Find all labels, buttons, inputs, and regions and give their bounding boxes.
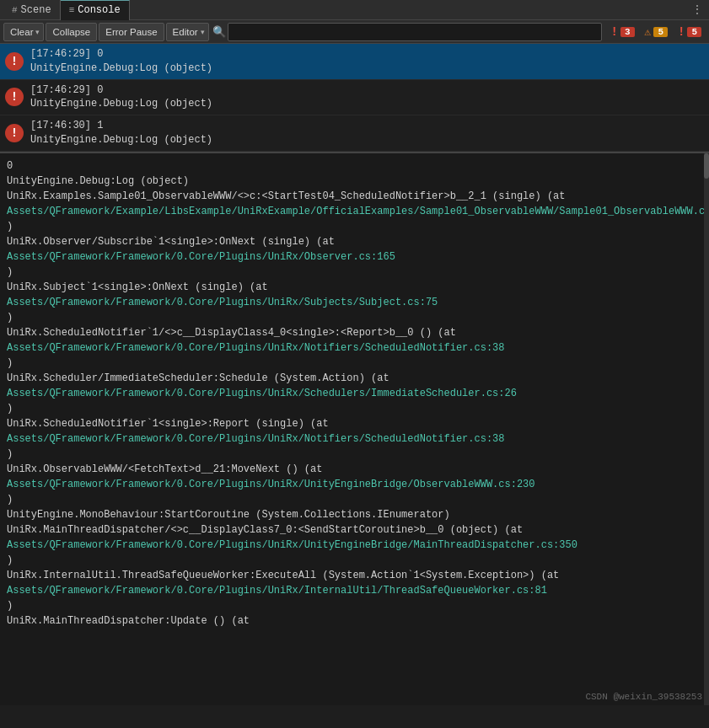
detail-line: UniRx.InternalUtil.ThreadSafeQueueWorker…	[7, 568, 702, 583]
detail-link[interactable]: Assets/QFramework/Framework/0.Core/Plugi…	[7, 342, 505, 354]
log-error-icon-3: !	[5, 124, 24, 142]
toolbar: Clear ▾ Collapse Error Pause Editor ▾ 🔍 …	[0, 20, 709, 44]
detail-line[interactable]: Assets/QFramework/Framework/0.Core/Plugi…	[7, 583, 702, 598]
log-error-icon-1: !	[5, 52, 24, 71]
collapse-button[interactable]: Collapse	[46, 23, 97, 41]
info-badge-button[interactable]: ! 5	[674, 23, 706, 41]
detail-line: UniRx.Scheduler/ImmediateScheduler:Sched…	[7, 371, 702, 386]
search-input[interactable]	[228, 23, 602, 41]
log-text-2: [17:46:29] 0 UnityEngine.Debug:Log (obje…	[30, 83, 212, 112]
warn-badge-count: 5	[653, 27, 668, 37]
detail-line: UnityEngine.Debug:Log (object)	[7, 174, 702, 189]
error-badge-count: 3	[620, 27, 635, 37]
detail-line: )	[7, 598, 702, 613]
detail-line: UniRx.MainThreadDispatcher:Update () (at	[7, 613, 702, 629]
detail-line: )	[7, 310, 702, 325]
log-text-3: [17:46:30] 1 UnityEngine.Debug:Log (obje…	[30, 119, 212, 147]
detail-line: UniRx.MainThreadDispatcher/<>c__DisplayC…	[7, 522, 702, 538]
log-text-1: [17:46:29] 0 UnityEngine.Debug:Log (obje…	[30, 47, 212, 76]
detail-line: UniRx.Examples.Sample01_ObservableWWW/<>…	[7, 189, 702, 204]
collapse-label: Collapse	[52, 27, 90, 37]
detail-line[interactable]: Assets/QFramework/Framework/0.Core/Plugi…	[7, 249, 702, 265]
detail-link[interactable]: Assets/QFramework/Framework/0.Core/Plugi…	[7, 251, 395, 263]
editor-label: Editor	[173, 27, 198, 37]
detail-line: UniRx.ScheduledNotifier`1/<>c__DisplayCl…	[7, 325, 702, 340]
log-timestamp-1: [17:46:29] 0	[30, 47, 212, 62]
log-message-1: UnityEngine.Debug:Log (object)	[30, 62, 212, 76]
warn-badge-button[interactable]: ⚠ 5	[641, 23, 672, 41]
scene-icon: #	[12, 5, 18, 15]
detail-line: )	[7, 447, 702, 462]
console-icon: ≡	[69, 5, 75, 15]
info-badge-count: 5	[687, 27, 701, 37]
detail-line[interactable]: Assets/QFramework/Framework/0.Core/Plugi…	[7, 431, 702, 447]
detail-line: )	[7, 219, 702, 234]
detail-line[interactable]: Assets/QFramework/Framework/0.Core/Plugi…	[7, 340, 702, 356]
detail-link[interactable]: Assets/QFramework/Framework/0.Core/Plugi…	[7, 297, 438, 308]
tab-scene-label: Scene	[21, 4, 51, 16]
log-item-2[interactable]: ! [17:46:29] 0 UnityEngine.Debug:Log (ob…	[0, 80, 709, 116]
clear-btn-group: Clear ▾	[3, 23, 44, 41]
log-timestamp-3: [17:46:30] 1	[30, 119, 212, 133]
tab-console-label: Console	[78, 4, 120, 16]
tab-console[interactable]: ≡ Console	[61, 0, 130, 20]
detail-line: 0	[7, 158, 702, 174]
warn-badge-icon: ⚠	[645, 25, 652, 39]
watermark: CSDN @weixin_39538253	[585, 692, 702, 702]
detail-line[interactable]: Assets/QFramework/Example/LibsExample/Un…	[7, 204, 702, 219]
error-badge-icon: !	[611, 25, 618, 39]
clear-button[interactable]: Clear ▾	[3, 23, 44, 41]
scrollbar-thumb[interactable]	[704, 153, 709, 179]
detail-line: UnityEngine.MonoBehaviour:StartCoroutine…	[7, 507, 702, 522]
detail-line[interactable]: Assets/QFramework/Framework/0.Core/Plugi…	[7, 386, 702, 401]
detail-link[interactable]: Assets/QFramework/Framework/0.Core/Plugi…	[7, 388, 517, 399]
detail-link[interactable]: Assets/QFramework/Framework/0.Core/Plugi…	[7, 585, 547, 597]
clear-label: Clear	[10, 27, 33, 37]
detail-line: UniRx.Observer/Subscribe`1<single>:OnNex…	[7, 234, 702, 249]
log-message-2: UnityEngine.Debug:Log (object)	[30, 97, 212, 111]
clear-dropdown-arrow: ▾	[35, 28, 40, 36]
detail-line: )	[7, 401, 702, 416]
log-message-3: UnityEngine.Debug:Log (object)	[30, 133, 212, 147]
detail-line[interactable]: Assets/QFramework/Framework/0.Core/Plugi…	[7, 295, 702, 310]
detail-link[interactable]: Assets/QFramework/Framework/0.Core/Plugi…	[7, 539, 577, 551]
error-pause-label: Error Pause	[105, 27, 157, 37]
tab-bar: # Scene ≡ Console ⋮	[0, 0, 709, 20]
editor-dropdown-arrow: ▾	[201, 28, 205, 36]
detail-panel[interactable]: 0UnityEngine.Debug:Log (object)UniRx.Exa…	[0, 153, 709, 705]
log-error-icon-2: !	[5, 88, 24, 106]
search-icon: 🔍	[212, 25, 226, 39]
log-item-3[interactable]: ! [17:46:30] 1 UnityEngine.Debug:Log (ob…	[0, 115, 709, 152]
editor-button[interactable]: Editor ▾	[166, 23, 209, 41]
detail-line: UniRx.ObservableWWW/<FetchText>d__21:Mov…	[7, 462, 702, 477]
detail-line: )	[7, 553, 702, 568]
error-pause-button[interactable]: Error Pause	[99, 23, 164, 41]
log-list: ! [17:46:29] 0 UnityEngine.Debug:Log (ob…	[0, 44, 709, 152]
info-badge-icon: !	[678, 25, 685, 39]
detail-line[interactable]: Assets/QFramework/Framework/0.Core/Plugi…	[7, 477, 702, 492]
detail-content: 0UnityEngine.Debug:Log (object)UniRx.Exa…	[7, 158, 702, 629]
detail-line: )	[7, 356, 702, 371]
scrollbar-track	[704, 153, 709, 705]
detail-link[interactable]: Assets/QFramework/Example/LibsExample/Un…	[7, 206, 709, 217]
detail-line: UniRx.Subject`1<single>:OnNext (single) …	[7, 280, 702, 295]
detail-line: )	[7, 492, 702, 507]
detail-line: )	[7, 265, 702, 280]
tab-scene[interactable]: # Scene	[3, 0, 61, 20]
badge-group: ! 3 ⚠ 5 ! 5	[607, 23, 706, 41]
error-badge-button[interactable]: ! 3	[607, 23, 639, 41]
detail-link[interactable]: Assets/QFramework/Framework/0.Core/Plugi…	[7, 479, 535, 490]
log-item-1[interactable]: ! [17:46:29] 0 UnityEngine.Debug:Log (ob…	[0, 44, 709, 80]
detail-line: UniRx.ScheduledNotifier`1<single>:Report…	[7, 416, 702, 431]
tab-more-button[interactable]: ⋮	[689, 2, 706, 19]
detail-line[interactable]: Assets/QFramework/Framework/0.Core/Plugi…	[7, 538, 702, 553]
detail-link[interactable]: Assets/QFramework/Framework/0.Core/Plugi…	[7, 433, 505, 445]
log-timestamp-2: [17:46:29] 0	[30, 83, 212, 98]
